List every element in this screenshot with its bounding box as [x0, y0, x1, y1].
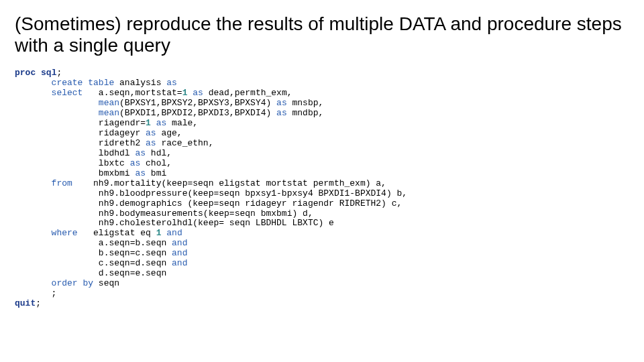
kw-and: and: [172, 258, 187, 268]
txt: nh9.cholesterolhdl(keep= seqn LBDHDL LBX…: [99, 218, 334, 228]
txt: b.seqn=c.seqn: [99, 248, 172, 258]
kw-as: as: [135, 168, 146, 178]
kw-as: as: [146, 138, 156, 148]
txt: c.seqn=d.seqn: [99, 258, 172, 268]
kw-table: table: [88, 78, 114, 88]
txt: seqn: [93, 278, 119, 288]
txt: lbdhdl: [99, 148, 136, 158]
txt: nh9.demographics (keep=seqn ridageyr ria…: [99, 198, 402, 208]
kw-as: as: [146, 128, 156, 138]
txt: hdl,: [146, 148, 172, 158]
fn-mean: mean: [99, 98, 119, 108]
txt: mndbp,: [287, 108, 324, 118]
txt: male,: [166, 118, 198, 128]
txt: age,: [156, 128, 182, 138]
kw-as: as: [276, 108, 287, 118]
fn-mean: mean: [99, 108, 119, 118]
txt: bmxbmi: [99, 168, 136, 178]
kw-as: as: [135, 148, 146, 158]
txt: d.seqn=e.seqn: [99, 268, 166, 278]
kw-from: from: [52, 178, 72, 188]
kw-by: by: [83, 278, 93, 288]
txt: nh9.bodymeasurements(keep=seqn bmxbmi) d…: [99, 208, 313, 219]
kw-sql: sql: [41, 68, 56, 78]
kw-and: and: [172, 248, 187, 258]
txt: dead,permth_exm,: [203, 88, 292, 98]
txt: bmi: [146, 168, 166, 178]
kw-select: select: [52, 88, 83, 98]
kw-as: as: [156, 118, 167, 128]
txt: [151, 118, 156, 128]
txt: riagendr=: [99, 118, 146, 128]
kw-order: order: [52, 278, 78, 288]
txt: ridageyr: [99, 128, 146, 138]
txt: ridreth2: [99, 138, 146, 148]
slide: (Sometimes) reproduce the results of mul…: [0, 0, 644, 362]
txt: chol,: [140, 158, 172, 168]
kw-as: as: [166, 78, 177, 88]
txt: mnsbp,: [287, 98, 324, 108]
kw-and: and: [166, 228, 182, 238]
kw-create: create: [52, 78, 83, 88]
txt: race_ethn,: [156, 138, 214, 148]
txt: nh9.bloodpressure(keep=seqn bpxsy1-bpxsy…: [99, 188, 407, 198]
kw-proc: proc: [15, 68, 36, 78]
kw-as: as: [193, 88, 203, 98]
txt: a.seqn=b.seqn: [99, 238, 172, 248]
num: 1: [146, 118, 151, 128]
txt: (BPXSY1,BPXSY2,BPXSY3,BPXSY4): [119, 98, 276, 108]
kw-where: where: [52, 228, 78, 238]
txt: nh9.mortality(keep=seqn eligstat mortsta…: [72, 178, 386, 188]
txt: ;: [52, 288, 57, 298]
txt: a.seqn,mortstat=: [83, 88, 182, 98]
kw-as: as: [130, 158, 141, 168]
kw-quit: quit: [15, 298, 36, 308]
txt: lbxtc: [99, 158, 130, 168]
txt: (BPXDI1,BPXDI2,BPXDI3,BPXDI4): [119, 108, 276, 118]
kw-as: as: [276, 98, 287, 108]
code-block: proc sql; create table analysis as selec…: [15, 68, 629, 309]
slide-title: (Sometimes) reproduce the results of mul…: [15, 13, 629, 56]
kw-and: and: [172, 238, 187, 248]
txt: eligstat eq: [78, 228, 156, 238]
txt: analysis: [114, 78, 166, 88]
